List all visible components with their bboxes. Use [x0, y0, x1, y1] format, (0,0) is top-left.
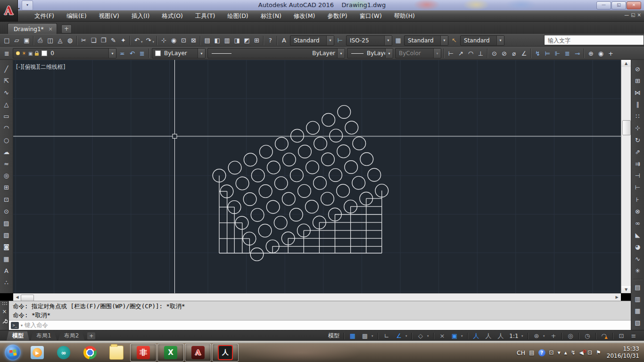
zoom-realtime-icon[interactable]: ◉ [169, 35, 179, 45]
dim-style-combo-arrow-icon[interactable]: ▾ [384, 36, 392, 45]
layer-states-icon[interactable]: ≣ [137, 49, 147, 58]
cad-viewer-taskbar-button[interactable]: 非 [130, 344, 157, 362]
command-prompt-icon[interactable]: >_ [11, 322, 19, 329]
plot-style-combo[interactable]: ByColor▾ [395, 48, 441, 58]
diameter-dimension-icon[interactable]: ⌀ [509, 49, 519, 58]
save-icon[interactable]: ▣ [22, 35, 32, 45]
baseline-dimension-icon[interactable]: ⊨ [543, 49, 553, 58]
clean-screen-icon[interactable]: ⊡ [616, 331, 627, 340]
divide-icon[interactable]: ∴ [1, 277, 12, 288]
pipe-circle[interactable] [267, 161, 281, 174]
block-editor-icon[interactable]: ✦ [118, 35, 128, 45]
stretch-icon[interactable]: ⇉ [633, 159, 643, 169]
dim-style-combo[interactable]: ISO-25▾ [346, 35, 392, 46]
cut-icon[interactable]: ✂ [79, 35, 89, 45]
annotation-autoscale-icon[interactable]: 人 [483, 331, 494, 340]
fillet-icon[interactable]: ◕ [633, 242, 643, 252]
extend-icon[interactable]: ⊢ [633, 182, 643, 193]
table-style-combo[interactable]: Standard▾ [404, 35, 448, 46]
pipe-circle[interactable] [330, 129, 343, 142]
menu-item-4[interactable]: 格式(O) [156, 10, 189, 22]
spline-icon[interactable]: ≈ [1, 159, 12, 169]
pipe-circle[interactable] [345, 161, 358, 174]
pipe-circle[interactable] [338, 106, 351, 119]
new-tab-button[interactable]: + [61, 25, 72, 33]
acrobat-reader-taskbar-button[interactable]: 人 [212, 344, 239, 362]
doc-minimize-button[interactable]: — [624, 12, 629, 17]
file-tab-drawing1[interactable]: Drawing1* × [8, 23, 57, 34]
scale-icon[interactable]: ⇗ [633, 147, 643, 157]
aligned-dimension-icon[interactable]: ↗ [456, 49, 466, 58]
customization-menu-icon[interactable]: ≡ [628, 331, 639, 340]
command-input-placeholder[interactable]: 键入命令 [25, 321, 48, 329]
zoom-previous-icon[interactable]: ⊠ [189, 35, 198, 45]
pipe-circle[interactable] [236, 177, 249, 190]
quick-access-toolbar-button[interactable]: ▾ [22, 0, 33, 10]
linear-dimension-icon[interactable]: ⊢ [446, 49, 456, 58]
pipe-circle[interactable] [290, 208, 303, 222]
command-close-icon[interactable]: × [2, 308, 7, 315]
power-icon[interactable]: ↯ [571, 349, 576, 356]
ime-indicator[interactable]: CH [517, 349, 525, 356]
minimize-button[interactable]: — [596, 1, 611, 9]
model-space-view[interactable] [13, 60, 621, 293]
paste-icon[interactable]: ❐ [99, 35, 108, 45]
dimension-update-icon[interactable]: + [606, 49, 616, 58]
pipe-circle[interactable] [360, 153, 373, 166]
menu-item-2[interactable]: 视图(V) [93, 10, 125, 22]
isometric-drafting-icon[interactable]: ◇ [415, 331, 426, 340]
layer-vp-freeze-icon[interactable]: ▣ [28, 51, 33, 56]
construction-line-icon[interactable]: ⇱ [1, 75, 12, 86]
pipe-circle[interactable] [260, 145, 273, 158]
grid-display-icon[interactable]: ▦ [347, 331, 358, 340]
command-drag-handle[interactable] [2, 302, 8, 305]
rotate-icon[interactable]: ↻ [633, 135, 643, 145]
dimension-space-icon[interactable]: ≣ [562, 49, 572, 58]
explode-icon[interactable]: ✳ [633, 265, 643, 276]
pipe-circle[interactable] [251, 208, 264, 222]
text-style-combo[interactable]: Standard▾ [290, 35, 334, 46]
color-combo[interactable]: ByLayer▾ [152, 48, 206, 58]
pipe-circle[interactable] [244, 153, 257, 166]
taskbar-clock[interactable]: 15:33 2016/10/31 [607, 346, 639, 360]
angular-dimension-icon[interactable]: ∠ [519, 49, 529, 58]
region-icon[interactable]: ◙ [1, 242, 12, 252]
workspace-caret[interactable]: ▾ [543, 334, 547, 338]
lineweight-combo[interactable]: ByLayer▾ [347, 48, 393, 58]
file-tab-close-icon[interactable]: × [49, 26, 53, 32]
pipe-circle[interactable] [275, 137, 289, 150]
graphics-performance-icon[interactable]: ◠▲ [599, 331, 610, 340]
layout-tab-布局2[interactable]: 布局2 [58, 331, 85, 340]
redo-icon[interactable]: ↷ [144, 35, 154, 45]
pipe-circle[interactable] [353, 137, 366, 150]
layer-combo-arrow-icon[interactable]: ▾ [108, 49, 116, 58]
osnap-caret[interactable]: ▾ [461, 334, 465, 338]
pipe-circle[interactable] [266, 200, 280, 214]
command-prompt-caret-icon[interactable]: ▾ [21, 323, 23, 328]
scroll-right-icon[interactable]: ▶ [613, 294, 620, 301]
gradient-icon[interactable]: ▧ [1, 230, 12, 240]
file-explorer-taskbar-button[interactable] [104, 344, 129, 361]
restore-button[interactable]: ◱ [611, 1, 626, 9]
array-icon[interactable]: ∷ [633, 111, 643, 122]
polar-caret[interactable]: ▾ [405, 334, 409, 338]
scale-label[interactable]: 1:1 [507, 331, 520, 340]
layout-tab-模型[interactable]: 模型 [7, 331, 29, 340]
doc-restore-button[interactable]: ◱ [631, 12, 635, 17]
blend-curves-icon[interactable]: ∿ [633, 254, 643, 264]
menu-item-8[interactable]: 修改(M) [288, 10, 322, 22]
pan-icon[interactable]: ⊹ [159, 35, 169, 45]
redo-icon-caret[interactable]: ▾ [153, 40, 155, 44]
plot-style-combo-arrow-icon[interactable]: ▾ [433, 49, 441, 58]
dimension-break-icon[interactable]: ⊸ [572, 49, 582, 58]
layer-on-bulb-icon[interactable] [16, 51, 20, 55]
pipe-circle[interactable] [291, 129, 304, 142]
pipe-circle[interactable] [314, 177, 327, 190]
new-file-icon[interactable]: □ [2, 35, 12, 45]
scroll-left-icon[interactable]: ◀ [14, 294, 21, 301]
erase-icon[interactable]: ⊘ [633, 64, 643, 74]
pipe-circle[interactable] [337, 184, 350, 197]
ellipse-icon[interactable]: ◎ [1, 171, 12, 181]
network-icon[interactable]: ⊡ [587, 349, 592, 356]
plot-icon[interactable]: ⎙ [35, 35, 45, 45]
